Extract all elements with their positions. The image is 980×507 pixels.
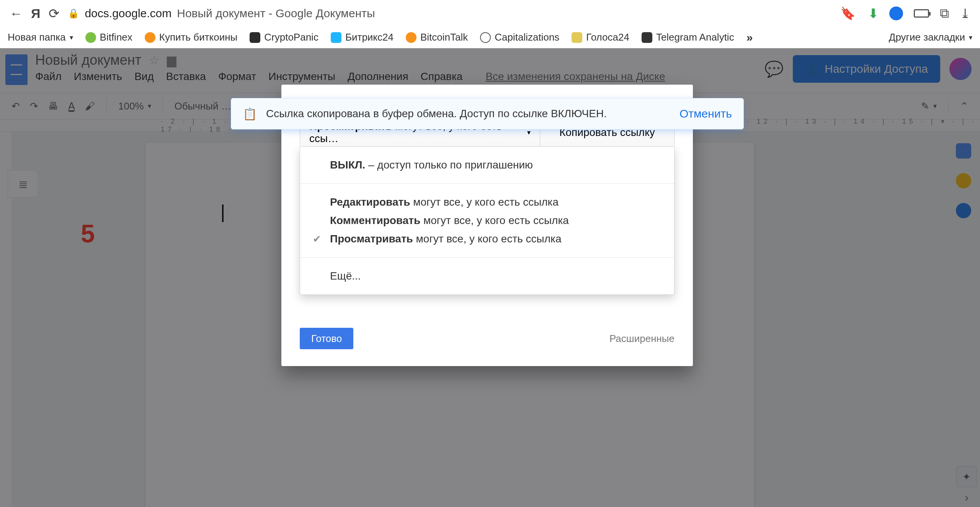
bm-buy-bitcoin[interactable]: Купить биткоины — [145, 31, 237, 43]
downloads-icon[interactable]: ⬇ — [868, 6, 879, 21]
bm-new-folder[interactable]: Новая папка ▾ — [8, 31, 73, 43]
option-view[interactable]: ✔ Просматривать могут все, у кого есть с… — [311, 230, 663, 248]
bookmark-label: CryptoPanic — [264, 31, 318, 43]
docs-app: Новый документ ☆ ▆ Файл Изменить Вид Вст… — [0, 48, 980, 507]
bookmark-label: Новая папка — [8, 31, 66, 43]
done-label: Готово — [311, 333, 342, 344]
option-off[interactable]: ВЫКЛ. – доступ только по приглашению — [311, 156, 663, 174]
clipboard-icon: 📋 — [243, 107, 257, 121]
option-view-rest: могут все, у кого есть ссылка — [413, 233, 562, 245]
chevron-down-icon: ▾ — [527, 128, 531, 137]
option-more[interactable]: Ещё... — [311, 267, 663, 285]
coinmarketcap-icon — [480, 32, 491, 43]
done-button[interactable]: Готово — [300, 328, 353, 349]
chevron-down-icon: ▾ — [969, 33, 972, 42]
reload-icon[interactable]: ⟳ — [49, 6, 59, 21]
option-edit-bold: Редактировать — [330, 196, 410, 208]
battery-icon — [914, 9, 929, 18]
download-arrow-icon[interactable]: ⤓ — [960, 6, 970, 21]
back-icon[interactable]: ← — [10, 6, 23, 21]
lock-icon: 🔒 — [68, 8, 79, 19]
browser-right-icons: ⬇ ⧉ ⤓ — [868, 6, 970, 21]
toast-undo-button[interactable]: Отменить — [679, 107, 732, 120]
bookmark-label: Купить биткоины — [159, 31, 237, 43]
bookmark-label: Битрикс24 — [345, 31, 394, 43]
bookmarks-overflow[interactable]: » — [746, 31, 753, 44]
copy-link-toast: 📋 Ссылка скопирована в буфер обмена. Дос… — [231, 98, 744, 129]
option-comment-bold: Комментировать — [330, 214, 420, 226]
leaf-icon — [85, 32, 96, 43]
bookmark-label: Bitfinex — [100, 31, 132, 43]
other-bookmarks[interactable]: Другие закладки ▾ — [889, 31, 972, 43]
bm-capitalizations[interactable]: Capitalizations — [480, 31, 559, 43]
bookmark-page-icon[interactable]: 🔖 — [840, 6, 856, 21]
bookmark-label: Голоса24 — [586, 31, 629, 43]
advanced-link[interactable]: Расширенные — [609, 333, 675, 345]
golosa24-icon — [572, 32, 582, 43]
extension-icon[interactable] — [889, 7, 903, 20]
bm-bitfinex[interactable]: Bitfinex — [85, 31, 132, 43]
bookmarks-bar: Новая папка ▾ Bitfinex Купить биткоины C… — [0, 27, 980, 48]
bm-bitrix24[interactable]: Битрикс24 — [331, 31, 394, 43]
bookmark-label: Capitalizations — [495, 31, 559, 43]
option-more-label: Ещё... — [330, 270, 361, 282]
bm-cryptopanic[interactable]: CryptoPanic — [250, 31, 318, 43]
option-edit-rest: могут все, у кого есть ссылка — [410, 196, 559, 208]
bookmark-label: Другие закладки — [889, 31, 965, 43]
bm-bitcointalk[interactable]: BitcoinTalk — [406, 31, 468, 43]
option-comment[interactable]: Комментировать могут все, у кого есть сс… — [311, 211, 663, 230]
bookmark-label: BitcoinTalk — [420, 31, 468, 43]
bar-chart-icon — [642, 32, 652, 43]
url-title: Новый документ - Google Документы — [177, 7, 375, 20]
bitcoin-icon — [145, 32, 155, 43]
toast-message: Ссылка скопирована в буфер обмена. Досту… — [266, 108, 670, 120]
bm-telegram-analytics[interactable]: Telegram Analytic — [642, 31, 734, 43]
bm-golosa24[interactable]: Голоса24 — [572, 31, 629, 43]
bookmark-label: Telegram Analytic — [656, 31, 734, 43]
chevron-down-icon: ▾ — [70, 33, 73, 42]
browser-toolbar: ← Я ⟳ 🔒 docs.google.com Новый документ -… — [0, 0, 980, 27]
option-off-bold: ВЫКЛ. — [330, 159, 365, 171]
translate-icon[interactable]: ⧉ — [940, 6, 949, 21]
bitcoin-icon — [406, 32, 416, 43]
bitrix24-icon — [331, 32, 341, 43]
cryptopanic-icon — [250, 32, 260, 43]
option-view-bold: Просматривать — [330, 233, 413, 245]
permission-dropdown: ВЫКЛ. – доступ только по приглашению Ред… — [300, 147, 675, 295]
url-domain: docs.google.com — [85, 7, 172, 20]
yandex-icon[interactable]: Я — [31, 6, 40, 21]
option-comment-rest: могут все, у кого есть ссылка — [420, 214, 569, 226]
check-icon: ✔ — [311, 233, 323, 245]
option-edit[interactable]: Редактировать могут все, у кого есть ссы… — [311, 193, 663, 211]
url-bar[interactable]: 🔒 docs.google.com Новый документ - Googl… — [68, 4, 859, 23]
option-off-rest: – доступ только по приглашению — [365, 159, 533, 171]
